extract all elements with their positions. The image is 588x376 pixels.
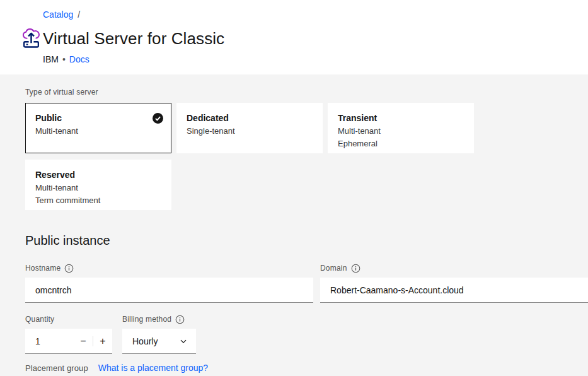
page-body: Type of virtual server Public Multi-tena… (0, 74, 588, 373)
checkmark-filled-icon (153, 113, 163, 124)
tile-subtitle: Term commitment (35, 195, 161, 206)
tile-subtitle: Ephemeral (338, 138, 464, 149)
breadcrumb: Catalog/ (43, 9, 588, 20)
catalog-provision-page: Catalog/ Virtual Server for Classic IBM•… (0, 0, 588, 376)
tile-reserved[interactable]: Reserved Multi-tenant Term commitment (25, 160, 171, 210)
increment-button[interactable]: + (93, 329, 112, 354)
hostname-domain-row: Hostname Domain (25, 263, 588, 303)
billing-method-value: Hourly (132, 336, 158, 346)
quantity-stepper: − + (25, 329, 112, 354)
quantity-label-text: Quantity (25, 314, 54, 324)
dot-separator: • (62, 54, 66, 64)
tile-subtitle: Multi-tenant (338, 126, 464, 136)
quantity-input[interactable] (25, 336, 74, 346)
tile-subtitle: Multi-tenant (35, 182, 161, 193)
breadcrumb-link-catalog[interactable]: Catalog (43, 9, 73, 20)
billing-method-field-group: Billing method Hourly (122, 314, 196, 354)
domain-label-text: Domain (320, 263, 347, 273)
placement-group-label: Placement group (25, 363, 88, 373)
docs-link[interactable]: Docs (69, 54, 89, 64)
type-of-virtual-server-label-text: Type of virtual server (25, 87, 98, 97)
hostname-label: Hostname (25, 263, 313, 273)
hostname-input[interactable] (25, 278, 313, 303)
page-header: Catalog/ Virtual Server for Classic IBM•… (0, 0, 588, 74)
placement-group-row: Placement group What is a placement grou… (25, 363, 588, 373)
tile-title: Reserved (35, 169, 161, 180)
billing-method-select[interactable]: Hourly (122, 329, 196, 354)
quantity-billing-row: Quantity − + Billing method (25, 314, 588, 354)
hostname-label-text: Hostname (25, 263, 61, 273)
tile-title: Public (35, 112, 161, 124)
billing-method-label: Billing method (122, 314, 196, 324)
provider-line: IBM•Docs (43, 54, 588, 64)
tile-title: Transient (338, 112, 464, 124)
tile-public[interactable]: Public Multi-tenant (25, 103, 171, 153)
info-icon[interactable] (175, 315, 185, 324)
server-type-tiles: Public Multi-tenant Dedicated Single-ten… (25, 103, 499, 210)
hostname-field-group: Hostname (25, 263, 313, 303)
breadcrumb-separator: / (78, 9, 80, 20)
placement-group-help-link[interactable]: What is a placement group? (98, 363, 208, 373)
tile-transient[interactable]: Transient Multi-tenant Ephemeral (328, 103, 474, 153)
tile-title: Dedicated (187, 112, 313, 124)
domain-input[interactable] (320, 278, 588, 303)
quantity-label: Quantity (25, 314, 112, 324)
type-of-virtual-server-label: Type of virtual server (25, 87, 588, 97)
domain-label: Domain (320, 263, 588, 273)
quantity-field-group: Quantity − + (25, 314, 112, 354)
cloud-upload-icon (21, 28, 42, 49)
decrement-button[interactable]: − (74, 329, 93, 354)
public-instance-heading: Public instance (25, 232, 588, 249)
billing-method-label-text: Billing method (122, 314, 171, 324)
domain-field-group: Domain (320, 263, 588, 303)
tile-subtitle: Single-tenant (187, 126, 313, 136)
page-title: Virtual Server for Classic (43, 28, 588, 49)
vendor-name: IBM (43, 54, 59, 64)
info-icon[interactable] (351, 264, 360, 273)
tile-dedicated[interactable]: Dedicated Single-tenant (176, 103, 323, 153)
tile-subtitle: Multi-tenant (35, 126, 161, 136)
title-row: Virtual Server for Classic (43, 28, 588, 49)
chevron-down-icon (179, 337, 188, 346)
info-icon[interactable] (64, 264, 74, 273)
